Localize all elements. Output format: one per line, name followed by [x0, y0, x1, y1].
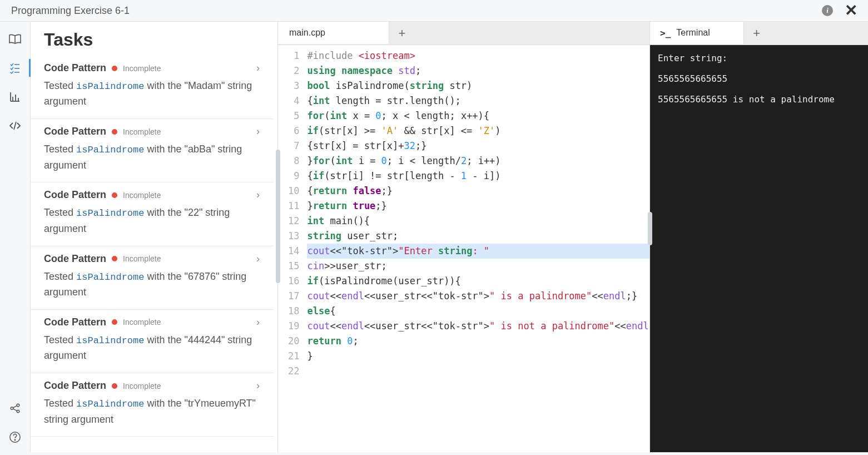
- rail-book-icon[interactable]: [8, 32, 22, 46]
- title-bar: Programming Exercise 6-1 i ✕: [0, 0, 868, 22]
- code-ident: isPalindrome: [76, 272, 144, 283]
- task-description: Tested isPalindrome with the "abBa" stri…: [44, 142, 260, 173]
- chevron-right-icon: ›: [256, 316, 260, 328]
- task-card-header: Code PatternIncomplete›: [44, 126, 260, 137]
- task-card[interactable]: Code PatternIncomplete›Tested isPalindro…: [31, 246, 273, 310]
- chevron-right-icon: ›: [256, 380, 260, 392]
- rail-share-icon[interactable]: [8, 401, 22, 416]
- plus-icon: +: [753, 26, 760, 41]
- rail-code-icon[interactable]: [8, 118, 22, 133]
- task-card[interactable]: Code PatternIncomplete›Tested isPalindro…: [31, 310, 273, 373]
- status-dot-icon: [112, 66, 117, 71]
- task-card[interactable]: Code PatternIncomplete›Tested isPalindro…: [31, 56, 273, 119]
- chevron-right-icon: ›: [256, 62, 260, 74]
- task-description: Tested isPalindrome with the "22" string…: [44, 205, 260, 236]
- task-card-header: Code PatternIncomplete›: [44, 380, 260, 392]
- rail-help-icon[interactable]: [8, 430, 22, 444]
- task-status: Incomplete: [123, 64, 251, 73]
- terminal-icon: >_: [660, 28, 671, 38]
- svg-point-4: [14, 439, 15, 440]
- status-dot-icon: [112, 192, 117, 198]
- info-button[interactable]: i: [821, 4, 834, 17]
- terminal-output[interactable]: Enter string:55655656656555565565665655 …: [650, 45, 868, 452]
- task-title: Code Pattern: [44, 62, 106, 74]
- code-ident: isPalindrome: [76, 145, 144, 155]
- task-card-header: Code PatternIncomplete›: [44, 253, 260, 265]
- terminal-tab-bar: >_ Terminal +: [650, 22, 868, 45]
- page-title: Programming Exercise 6-1: [11, 5, 130, 17]
- terminal-tab[interactable]: >_ Terminal: [650, 21, 744, 44]
- line-gutter: 1 2 3 4 5 6 7 8 9 10 11 12 13 14 15 16 1…: [278, 45, 305, 452]
- terminal-tab-add[interactable]: +: [744, 22, 770, 44]
- task-description: Tested isPalindrome with the "trYmeuemyR…: [44, 396, 260, 427]
- status-dot-icon: [112, 129, 117, 135]
- task-card[interactable]: Code PatternIncomplete›Tested isPalindro…: [31, 373, 273, 437]
- left-rail: [0, 22, 31, 452]
- task-status: Incomplete: [123, 127, 251, 136]
- task-description: Tested isPalindrome with the "Madam" str…: [44, 78, 260, 110]
- editor-tab-bar: main.cpp +: [278, 22, 649, 45]
- status-dot-icon: [112, 383, 117, 389]
- task-card[interactable]: Code PatternIncomplete›Tested isPalindro…: [31, 182, 273, 246]
- chevron-right-icon: ›: [256, 126, 260, 137]
- task-status: Incomplete: [123, 382, 251, 390]
- task-card-header: Code PatternIncomplete›: [44, 62, 260, 74]
- task-card-header: Code PatternIncomplete›: [44, 189, 260, 201]
- main-layout: Tasks Code PatternIncomplete›Tested isPa…: [0, 22, 868, 452]
- task-title: Code Pattern: [44, 316, 106, 328]
- code-content[interactable]: #include <iostream> using namespace std;…: [305, 45, 649, 452]
- task-title: Code Pattern: [44, 380, 106, 392]
- editor-tab-main[interactable]: main.cpp: [278, 21, 389, 44]
- tasks-panel: Tasks Code PatternIncomplete›Tested isPa…: [31, 22, 278, 452]
- editor-tab-label: main.cpp: [289, 28, 325, 38]
- plus-icon: +: [399, 26, 406, 41]
- terminal-resize-handle[interactable]: [648, 212, 652, 245]
- terminal-tab-label: Terminal: [676, 28, 710, 38]
- status-dot-icon: [112, 319, 117, 325]
- task-description: Tested isPalindrome with the "444244" st…: [44, 333, 260, 364]
- close-button[interactable]: ✕: [845, 4, 857, 17]
- task-description: Tested isPalindrome with the "67876" str…: [44, 269, 260, 300]
- editor-tab-add[interactable]: +: [389, 22, 415, 44]
- task-card-header: Code PatternIncomplete›: [44, 316, 260, 328]
- task-card[interactable]: Code PatternIncomplete›Tested isPalindro…: [31, 119, 273, 182]
- status-dot-icon: [112, 256, 117, 261]
- code-ident: isPalindrome: [76, 81, 144, 92]
- panel-resize-handle[interactable]: [276, 150, 280, 283]
- code-editor[interactable]: 1 2 3 4 5 6 7 8 9 10 11 12 13 14 15 16 1…: [278, 45, 649, 452]
- code-ident: isPalindrome: [76, 208, 144, 219]
- terminal-line: Enter string:: [658, 53, 860, 65]
- tasks-list[interactable]: Code PatternIncomplete›Tested isPalindro…: [31, 56, 277, 452]
- rail-chart-icon[interactable]: [8, 90, 22, 104]
- terminal-line: 5565565665655: [658, 73, 860, 85]
- task-status: Incomplete: [123, 191, 251, 200]
- chevron-right-icon: ›: [256, 253, 260, 265]
- code-ident: isPalindrome: [76, 335, 144, 346]
- task-status: Incomplete: [123, 318, 251, 327]
- info-icon: i: [822, 5, 833, 16]
- editor-panel: main.cpp + 1 2 3 4 5 6 7 8 9 10 11 12 13…: [278, 22, 649, 452]
- code-ident: isPalindrome: [76, 399, 144, 409]
- tasks-heading: Tasks: [31, 22, 277, 56]
- close-icon: ✕: [845, 3, 857, 18]
- task-title: Code Pattern: [44, 253, 106, 265]
- task-status: Incomplete: [123, 254, 251, 263]
- task-title: Code Pattern: [44, 189, 106, 201]
- terminal-panel: >_ Terminal + Enter string:5565565665655…: [649, 22, 868, 452]
- task-title: Code Pattern: [44, 126, 106, 137]
- terminal-line: 5565565665655 is not a palindrome: [658, 94, 860, 106]
- rail-tasks-icon[interactable]: [8, 61, 22, 75]
- title-bar-actions: i ✕: [821, 4, 857, 17]
- chevron-right-icon: ›: [256, 189, 260, 201]
